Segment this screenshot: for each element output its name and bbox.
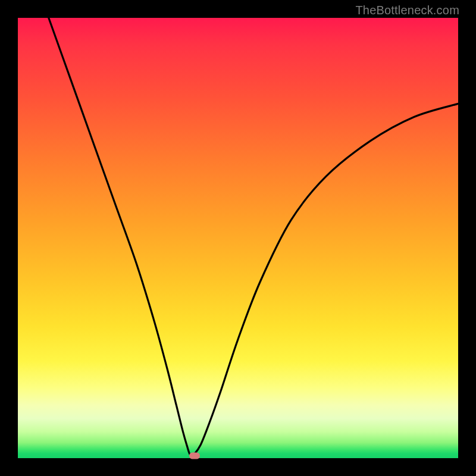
plot-area bbox=[18, 18, 458, 458]
watermark-text: TheBottleneck.com bbox=[355, 4, 459, 17]
curve-svg bbox=[18, 18, 458, 458]
chart-container: TheBottleneck.com bbox=[0, 0, 476, 476]
bottleneck-curve-path bbox=[49, 18, 458, 456]
optimum-marker bbox=[189, 453, 200, 459]
